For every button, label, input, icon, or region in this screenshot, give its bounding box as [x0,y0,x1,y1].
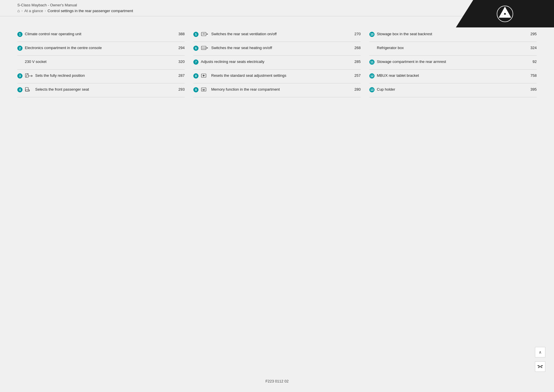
scroll-up-button[interactable]: ∧ [535,347,545,357]
item-left: 4 Selects the front passenger seat [17,87,175,92]
list-item: 10 Stowage box in the seat backrest 295 [369,28,537,42]
list-item: 13 Cup holder 395 [369,83,537,97]
item-text: 230 V socket [25,59,175,64]
item-badge: 8 [193,73,199,79]
heating-icon [201,45,209,51]
item-text: Electronics compartment in the centre co… [25,45,175,51]
list-item: 11 Stowage compartment in the rear armre… [369,56,537,70]
item-badge: 9 [193,87,199,92]
memory-icon: M [201,87,209,92]
item-text: Refrigerator box [377,45,527,51]
list-item: 3 Sets the fully reclined position 287 [17,70,185,83]
item-text: Memory function in the rear compartment [211,87,351,92]
item-page[interactable]: 92 [533,59,537,64]
item-badge: 6 [193,46,199,51]
breadcrumb-current-page: Control settings in the rear passenger c… [48,9,133,13]
item-left: 1 Climate control rear operating unit [17,31,175,37]
item-page[interactable]: 280 [354,87,361,92]
item-left: 7 Adjusts reclining rear seats electrica… [193,59,351,65]
item-page[interactable]: 268 [354,45,361,50]
list-item: 4 Selects the front passenger seat 293 [17,83,185,97]
item-left: 8 Resets the standard seat adjustment se… [193,73,351,79]
column-3: 10 Stowage box in the seat backrest 295 … [369,28,537,97]
item-page[interactable]: 287 [178,73,185,78]
item-page[interactable]: 295 [530,31,537,36]
item-badge: 5 [193,32,199,37]
list-item: 2 Electronics compartment in the centre … [17,42,185,56]
item-left: Refrigerator box [369,45,527,51]
item-page[interactable]: 320 [178,59,185,64]
svg-rect-8 [25,90,29,91]
item-left: 230 V socket [17,59,175,64]
list-item: 5 Switches the rear seat ventilation on/… [193,28,361,42]
item-text: Sets the fully reclined position [35,73,175,78]
item-page[interactable]: 270 [354,31,361,36]
item-page[interactable]: 395 [530,87,537,92]
item-left: 10 Stowage box in the seat backrest [369,31,527,37]
item-text: MBUX rear tablet bracket [377,73,527,78]
list-item: 8 Resets the standard seat adjustment se… [193,70,361,83]
item-left: 2 Electronics compartment in the centre … [17,45,175,51]
logo-area [456,0,554,27]
list-item: 9 M Memory function in the rear compartm… [193,83,361,97]
butterfly-icon [537,365,543,369]
svg-rect-13 [201,46,206,50]
home-icon[interactable]: ⌂ [17,8,20,13]
item-badge: 12 [369,73,375,79]
svg-point-4 [504,13,506,15]
item-badge: 1 [17,32,23,37]
seat-select-icon [25,87,33,92]
ventilation-icon [201,31,209,37]
item-page[interactable]: 293 [178,87,185,92]
item-badge: 10 [369,32,375,37]
item-badge: 3 [17,73,23,79]
item-left: 11 Stowage compartment in the rear armre… [369,59,530,65]
svg-rect-5 [25,74,28,77]
scroll-down-button[interactable] [535,361,545,372]
item-text: Cup holder [377,87,527,92]
item-text: Switches the rear seat heating on/off [211,45,351,51]
item-badge: 13 [369,87,375,92]
item-text: Climate control rear operating unit [25,31,175,37]
chevron-icon-1: › [21,9,23,12]
list-item: 1 Climate control rear operating unit 38… [17,28,185,42]
item-text: Switches the rear seat ventilation on/of… [211,31,351,37]
item-page[interactable]: 285 [354,59,361,64]
item-left: 12 MBUX rear tablet bracket [369,73,527,79]
item-left: 5 Switches the rear seat ventilation on/… [193,31,351,37]
list-item: 6 Switches the rear seat heating on/off … [193,42,361,56]
item-page[interactable]: 758 [530,73,537,78]
breadcrumb-link-at-a-glance[interactable]: At a glance [24,9,43,13]
header: S-Class Maybach - Owner's Manual ⌂ › At … [0,0,554,16]
column-1: 1 Climate control rear operating unit 38… [17,28,193,97]
list-item: Refrigerator box 324 [369,42,537,56]
item-left: 13 Cup holder [369,87,527,92]
item-page[interactable]: 294 [178,45,185,50]
item-page[interactable]: 257 [354,73,361,78]
svg-rect-7 [25,87,28,91]
svg-rect-10 [201,32,206,36]
footer: F223 0112 02 [0,379,554,383]
list-item: 230 V socket 320 [17,56,185,70]
recline-icon [25,73,33,78]
item-page[interactable]: 324 [530,45,537,50]
item-left: 6 Switches the rear seat heating on/off [193,45,351,51]
item-badge: 11 [369,59,375,65]
list-item: 7 Adjusts reclining rear seats electrica… [193,56,361,70]
item-text: Stowage compartment in the rear armrest [377,59,530,64]
item-left: 3 Sets the fully reclined position [17,73,175,79]
footer-code: F223 0112 02 [265,379,289,383]
item-page[interactable]: 388 [178,31,185,36]
chevron-icon-2: › [45,9,46,12]
item-text: Stowage box in the seat backrest [377,31,527,37]
reset-seat-icon [201,73,209,78]
mercedes-logo [496,5,514,23]
item-text: Selects the front passenger seat [35,87,175,92]
item-badge: 2 [17,46,23,51]
svg-text:M: M [203,88,205,91]
item-text: Adjusts reclining rear seats electricall… [201,59,351,64]
item-badge: 7 [193,59,199,65]
list-item: 12 MBUX rear tablet bracket 758 [369,70,537,83]
breadcrumb: ⌂ › At a glance › Control settings in th… [17,8,537,16]
item-text: Resets the standard seat adjustment sett… [211,73,351,78]
